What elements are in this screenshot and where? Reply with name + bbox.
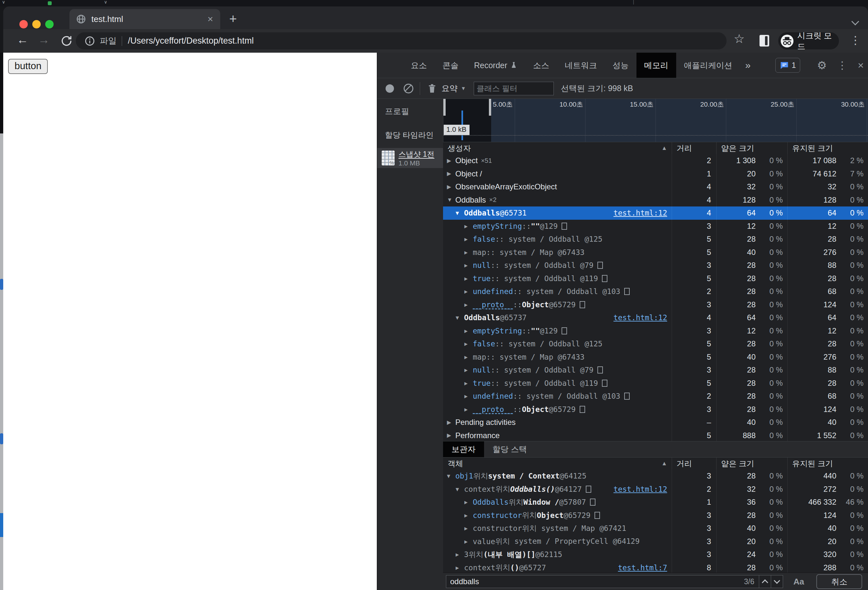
reveal-object-icon[interactable]: [580, 406, 585, 413]
heap-table-row[interactable]: ▶undefined :: system / Oddball @1032280 …: [443, 390, 868, 403]
browser-menu-icon[interactable]: ⋮: [850, 34, 861, 47]
expand-arrow-icon[interactable]: ▶: [464, 223, 473, 229]
reveal-object-icon[interactable]: [580, 301, 585, 308]
reveal-object-icon[interactable]: [602, 275, 607, 282]
devtools-tab-소스[interactable]: 소스: [526, 53, 557, 78]
zoom-window-button[interactable]: [45, 20, 54, 28]
retainer-row[interactable]: ▶3 위치 (내부 배열)[] @621153240 %3200 %: [443, 548, 868, 561]
retainer-row[interactable]: ▶context 위치 () @65727test.html:78280 %28…: [443, 561, 868, 573]
retainer-row[interactable]: ▶constructor 위치 Object @657293280 %1240 …: [443, 509, 868, 522]
source-location-link[interactable]: test.html:12: [614, 209, 672, 217]
search-input[interactable]: [446, 577, 744, 586]
search-next-button[interactable]: [771, 575, 783, 588]
devtools-tab-요소[interactable]: 요소: [403, 53, 435, 78]
column-header[interactable]: 생성자▲: [443, 142, 672, 154]
snapshot-name[interactable]: 스냅샷 1전: [399, 149, 434, 159]
expand-arrow-icon[interactable]: ▶: [456, 565, 464, 571]
tabstrip-chevron-down-icon[interactable]: [851, 18, 859, 25]
heap-table-row[interactable]: ▶ObservableArrayExoticObject4320 %320 %: [443, 180, 868, 194]
reveal-object-icon[interactable]: [562, 327, 567, 334]
expand-arrow-icon[interactable]: ▶: [456, 551, 464, 558]
devtools-tab-애플리케이션[interactable]: 애플리케이션: [676, 53, 740, 78]
column-header[interactable]: 얕은 크기: [716, 142, 787, 154]
heap-table-row[interactable]: ▶__proto__ :: Object @657293280 %1240 %: [443, 403, 868, 416]
expand-arrow-icon[interactable]: ▶: [464, 354, 473, 360]
heap-table-row[interactable]: ▶false :: system / Oddball @1255280 %280…: [443, 337, 868, 350]
reveal-object-icon[interactable]: [595, 512, 600, 519]
expand-arrow-icon[interactable]: ▶: [464, 380, 473, 386]
heap-table-row[interactable]: ▶Object×5121 3080 %17 0882 %: [443, 154, 868, 167]
collapse-arrow-icon[interactable]: ▼: [456, 486, 464, 492]
devtools-tab-Recorder[interactable]: Recorder: [466, 53, 526, 78]
expand-arrow-icon[interactable]: ▶: [464, 393, 473, 399]
reveal-object-icon[interactable]: [597, 367, 603, 374]
side-panel-icon[interactable]: [760, 35, 769, 47]
column-header[interactable]: 얕은 크기: [716, 457, 787, 469]
devtools-tab-콘솔[interactable]: 콘솔: [435, 53, 466, 78]
column-header[interactable]: 유지된 크기: [787, 457, 868, 469]
back-button[interactable]: ←: [17, 33, 28, 47]
expand-arrow-icon[interactable]: ▶: [464, 262, 473, 269]
page-button[interactable]: button: [8, 59, 48, 74]
expand-arrow-icon[interactable]: ▶: [464, 367, 473, 373]
expand-arrow-icon[interactable]: ▶: [464, 512, 473, 519]
new-tab-button[interactable]: +: [229, 12, 237, 25]
reveal-object-icon[interactable]: [602, 380, 607, 387]
heap-table-row[interactable]: ▶null :: system / Oddball @793280 %880 %: [443, 364, 868, 377]
heap-table-row[interactable]: ▶map :: system / Map @674335400 %2760 %: [443, 350, 868, 364]
column-header[interactable]: 거리: [672, 142, 716, 154]
heap-table-row[interactable]: ▶Performance58880 %1 5520 %: [443, 429, 868, 441]
search-previous-button[interactable]: [759, 575, 771, 588]
class-filter-input[interactable]: [474, 82, 554, 95]
expand-arrow-icon[interactable]: ▶: [447, 419, 455, 426]
reveal-object-icon[interactable]: [586, 486, 591, 493]
reveal-object-icon[interactable]: [590, 498, 595, 506]
range-handle-right[interactable]: [489, 99, 491, 116]
more-tabs-button[interactable]: »: [740, 60, 756, 71]
devtools-tab-성능[interactable]: 성능: [605, 53, 636, 78]
match-case-button[interactable]: Aa: [793, 577, 804, 587]
expand-arrow-icon[interactable]: ▶: [464, 275, 473, 282]
collapse-arrow-icon[interactable]: ▼: [456, 210, 464, 216]
heap-table-row[interactable]: ▶Object /1200 %74 6127 %: [443, 167, 868, 180]
minimize-window-button[interactable]: [32, 20, 41, 28]
range-handle-left[interactable]: [443, 99, 446, 116]
heap-table-row[interactable]: ▼Oddballs×241280 %1280 %: [443, 194, 868, 207]
heap-table-row[interactable]: ▶false :: system / Oddball @1255280 %280…: [443, 233, 868, 246]
expand-arrow-icon[interactable]: ▶: [464, 249, 473, 256]
forward-button[interactable]: →: [38, 33, 50, 47]
tab-close-icon[interactable]: ×: [207, 13, 213, 25]
heap-table-row[interactable]: ▶true :: system / Oddball @1195280 %280 …: [443, 377, 868, 390]
snapshot-item[interactable]: 스냅샷 1전 1.0 MB: [377, 148, 443, 168]
expand-arrow-icon[interactable]: ▶: [447, 183, 455, 190]
expand-arrow-icon[interactable]: ▶: [464, 302, 473, 308]
heap-table-row[interactable]: ▶emptyString :: "" @1293120 %120 %: [443, 324, 868, 338]
heap-table-row[interactable]: ▶Pending activities–400 %400 %: [443, 416, 868, 429]
delete-profile-icon[interactable]: [427, 83, 438, 94]
reveal-object-icon[interactable]: [562, 223, 567, 230]
retainers-tab-할당 스택[interactable]: 할당 스택: [484, 441, 535, 457]
column-header[interactable]: 거리: [672, 457, 716, 469]
expand-arrow-icon[interactable]: ▶: [447, 157, 455, 164]
devtools-menu-icon[interactable]: ⋮: [832, 59, 852, 71]
devtools-tab-메모리[interactable]: 메모리: [636, 53, 676, 78]
expand-arrow-icon[interactable]: ▶: [464, 340, 473, 347]
heap-table-row[interactable]: ▶emptyString :: "" @1293120 %120 %: [443, 220, 868, 233]
bookmark-star-icon[interactable]: ☆: [734, 32, 745, 46]
column-header[interactable]: 유지된 크기: [787, 142, 868, 154]
heap-table-row[interactable]: ▶__proto__ :: Object @657293280 %1240 %: [443, 298, 868, 312]
record-heap-icon[interactable]: [385, 84, 394, 93]
expand-arrow-icon[interactable]: ▶: [464, 499, 473, 505]
retainer-row[interactable]: ▶value 위치 system / PropertyCell @6412932…: [443, 535, 868, 548]
retainer-row[interactable]: ▼context 위치 Oddballs() @64127test.html:1…: [443, 483, 868, 496]
devtools-tab-네트워크[interactable]: 네트워크: [557, 53, 605, 78]
reveal-object-icon[interactable]: [624, 393, 630, 400]
expand-arrow-icon[interactable]: ▶: [464, 538, 473, 545]
expand-arrow-icon[interactable]: ▶: [464, 288, 473, 295]
reload-button[interactable]: [60, 34, 73, 47]
collapse-arrow-icon[interactable]: ▼: [447, 197, 455, 203]
column-header[interactable]: 객체▲: [443, 457, 672, 469]
retainer-row[interactable]: ▼obj1 위치 system / Context @641253280 %44…: [443, 469, 868, 483]
expand-arrow-icon[interactable]: ▶: [464, 236, 473, 243]
expand-arrow-icon[interactable]: ▶: [447, 170, 455, 177]
